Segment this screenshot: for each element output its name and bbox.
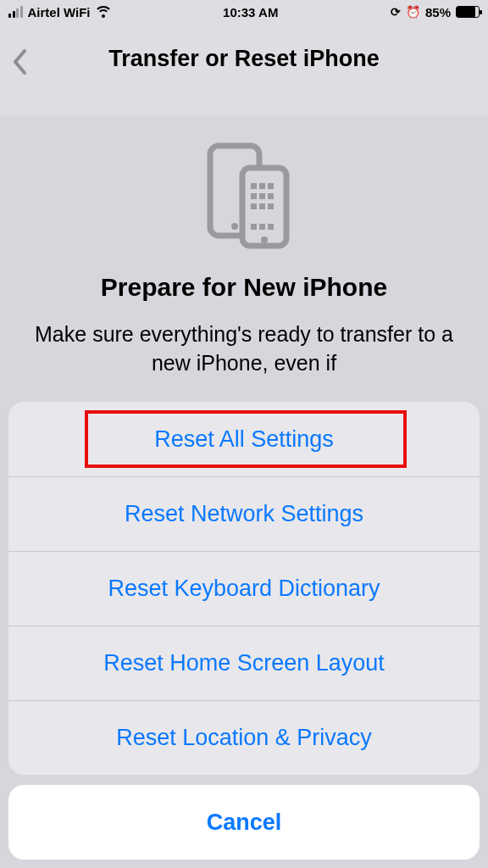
reset-keyboard-dictionary-option[interactable]: Reset Keyboard Dictionary bbox=[8, 551, 480, 626]
cancel-label: Cancel bbox=[207, 810, 282, 836]
option-label: Reset Network Settings bbox=[125, 501, 363, 527]
option-label: Reset Home Screen Layout bbox=[103, 650, 385, 676]
option-label: Reset All Settings bbox=[154, 426, 334, 453]
cancel-button[interactable]: Cancel bbox=[8, 785, 480, 860]
action-sheet-options: Reset All Settings Reset Network Setting… bbox=[8, 402, 480, 775]
reset-location-privacy-option[interactable]: Reset Location & Privacy bbox=[8, 700, 480, 775]
option-label: Reset Location & Privacy bbox=[116, 725, 372, 751]
action-sheet: Reset All Settings Reset Network Setting… bbox=[8, 402, 480, 860]
reset-network-settings-option[interactable]: Reset Network Settings bbox=[8, 476, 480, 551]
reset-home-screen-layout-option[interactable]: Reset Home Screen Layout bbox=[8, 626, 480, 700]
option-label: Reset Keyboard Dictionary bbox=[108, 576, 380, 602]
reset-all-settings-option[interactable]: Reset All Settings bbox=[8, 402, 480, 476]
